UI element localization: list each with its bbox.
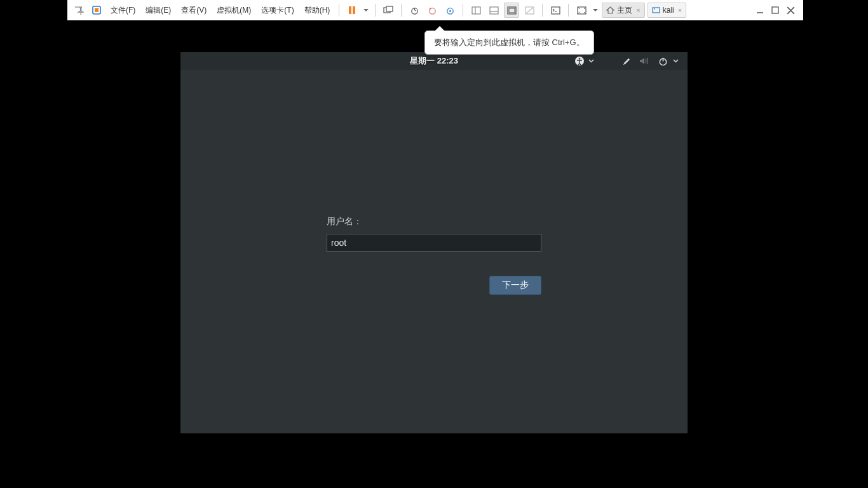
view-split-icon[interactable] (486, 3, 501, 18)
volume-muted-icon[interactable] (639, 57, 649, 65)
tab-kali[interactable]: kali × (648, 3, 686, 18)
login-form: 用户名： 下一步 (327, 216, 541, 295)
power-icon[interactable] (658, 57, 668, 66)
separator (463, 4, 463, 17)
svg-line-17 (526, 8, 533, 13)
menu-view[interactable]: 查看(V) (176, 1, 212, 19)
view-unity-icon[interactable] (504, 3, 519, 18)
dropdown-icon[interactable] (362, 3, 370, 18)
clock-label: 星期一 22:23 (410, 55, 458, 67)
accessibility-icon[interactable] (574, 56, 585, 66)
separator (375, 4, 376, 17)
tab-kali-label: kali (663, 6, 674, 15)
view-single-icon[interactable] (468, 3, 484, 18)
snapshot-take-icon[interactable] (407, 3, 422, 18)
snapshot-manage-icon[interactable] (442, 3, 458, 18)
menu-edit[interactable]: 编辑(E) (140, 1, 176, 19)
svg-rect-10 (472, 7, 480, 14)
maximize-button[interactable] (771, 6, 780, 15)
separator (542, 4, 543, 17)
svg-point-25 (579, 58, 581, 60)
brush-icon[interactable] (621, 57, 630, 66)
separator (339, 4, 339, 17)
menu-help[interactable]: 帮助(H) (299, 1, 336, 19)
send-ctrl-alt-del-icon[interactable] (381, 3, 396, 18)
menu-file[interactable]: 文件(F) (105, 1, 140, 19)
dropdown-icon[interactable] (592, 3, 599, 18)
svg-rect-23 (772, 7, 778, 13)
vm-display[interactable]: 星期一 22:23 用户名： 下一步 (180, 52, 688, 433)
svg-point-21 (654, 8, 655, 10)
menu-vm[interactable]: 虚拟机(M) (212, 1, 256, 19)
input-redirect-tooltip: 要将输入定向到此虚拟机，请按 Ctrl+G。 (424, 30, 594, 55)
minimize-button[interactable] (756, 6, 764, 15)
svg-rect-2 (349, 6, 351, 14)
vmware-logo-icon[interactable] (89, 3, 104, 18)
svg-rect-20 (653, 8, 660, 13)
separator (568, 4, 569, 17)
svg-rect-3 (353, 6, 355, 14)
pause-button[interactable] (344, 3, 360, 18)
chevron-down-icon[interactable] (673, 59, 679, 63)
svg-rect-12 (490, 7, 498, 14)
tab-home[interactable]: 主页 × (602, 3, 644, 18)
chevron-down-icon[interactable] (588, 59, 594, 63)
close-icon[interactable]: × (678, 6, 682, 14)
username-input[interactable] (327, 234, 541, 252)
svg-rect-15 (509, 8, 515, 13)
pin-icon[interactable] (71, 3, 86, 18)
menu-tabs[interactable]: 选项卡(T) (256, 1, 299, 19)
svg-rect-5 (386, 6, 393, 11)
svg-rect-18 (552, 7, 560, 14)
snapshot-revert-icon[interactable] (424, 3, 440, 18)
vmware-toolbar: 文件(F) 编辑(E) 查看(V) 虚拟机(M) 选项卡(T) 帮助(H) (67, 0, 803, 20)
username-label: 用户名： (327, 216, 541, 227)
separator (401, 4, 402, 17)
svg-point-9 (449, 10, 451, 12)
fullscreen-icon[interactable] (574, 3, 589, 18)
view-disabled-icon (522, 3, 537, 18)
console-icon[interactable] (548, 3, 563, 18)
status-area[interactable] (574, 56, 679, 66)
close-icon[interactable]: × (636, 6, 640, 14)
window-controls (756, 6, 801, 15)
tab-home-label: 主页 (617, 5, 632, 16)
close-button[interactable] (786, 6, 796, 15)
gnome-top-bar: 星期一 22:23 (180, 52, 688, 70)
next-button[interactable]: 下一步 (489, 276, 541, 295)
svg-rect-1 (95, 8, 98, 12)
